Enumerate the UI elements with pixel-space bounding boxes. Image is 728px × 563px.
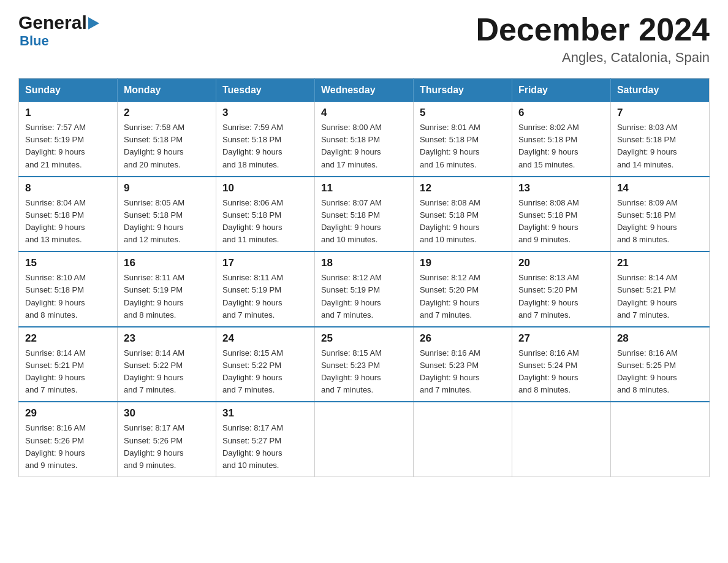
calendar-cell <box>413 402 512 477</box>
calendar-cell: 4Sunrise: 8:00 AMSunset: 5:18 PMDaylight… <box>314 102 413 177</box>
day-info: Sunrise: 8:16 AMSunset: 5:23 PMDaylight:… <box>420 347 506 397</box>
calendar-cell: 11Sunrise: 8:07 AMSunset: 5:18 PMDayligh… <box>314 177 413 252</box>
day-number: 5 <box>420 107 506 119</box>
day-number: 21 <box>617 257 703 269</box>
day-info: Sunrise: 8:15 AMSunset: 5:22 PMDaylight:… <box>222 347 308 397</box>
calendar-cell <box>314 402 413 477</box>
calendar-cell: 27Sunrise: 8:16 AMSunset: 5:24 PMDayligh… <box>512 327 610 402</box>
location-subtitle: Angles, Catalonia, Spain <box>476 50 710 66</box>
day-info: Sunrise: 8:14 AMSunset: 5:21 PMDaylight:… <box>25 347 111 397</box>
calendar-cell: 1Sunrise: 7:57 AMSunset: 5:19 PMDaylight… <box>19 102 118 177</box>
day-info: Sunrise: 8:08 AMSunset: 5:18 PMDaylight:… <box>518 197 604 247</box>
day-number: 25 <box>321 332 407 345</box>
calendar-cell: 24Sunrise: 8:15 AMSunset: 5:22 PMDayligh… <box>216 327 314 402</box>
day-info: Sunrise: 8:02 AMSunset: 5:18 PMDaylight:… <box>518 121 604 171</box>
calendar-table: SundayMondayTuesdayWednesdayThursdayFrid… <box>18 78 710 477</box>
calendar-cell: 6Sunrise: 8:02 AMSunset: 5:18 PMDaylight… <box>512 102 610 177</box>
logo-blue: Blue <box>20 33 49 49</box>
day-number: 20 <box>518 257 604 269</box>
calendar-cell: 23Sunrise: 8:14 AMSunset: 5:22 PMDayligh… <box>117 327 216 402</box>
calendar-cell: 14Sunrise: 8:09 AMSunset: 5:18 PMDayligh… <box>610 177 709 252</box>
day-number: 31 <box>222 407 308 419</box>
calendar-cell <box>512 402 610 477</box>
day-number: 8 <box>25 182 111 194</box>
weekday-header-monday: Monday <box>117 79 216 102</box>
day-info: Sunrise: 8:16 AMSunset: 5:24 PMDaylight:… <box>518 347 604 397</box>
day-number: 27 <box>518 332 604 345</box>
day-number: 28 <box>617 332 703 345</box>
calendar-cell: 8Sunrise: 8:04 AMSunset: 5:18 PMDaylight… <box>19 177 118 252</box>
day-number: 29 <box>25 407 111 419</box>
day-info: Sunrise: 8:12 AMSunset: 5:19 PMDaylight:… <box>321 272 407 321</box>
day-info: Sunrise: 8:17 AMSunset: 5:26 PMDaylight:… <box>124 422 210 472</box>
day-info: Sunrise: 8:09 AMSunset: 5:18 PMDaylight:… <box>617 197 703 247</box>
weekday-header-sunday: Sunday <box>19 79 118 102</box>
day-number: 30 <box>124 407 210 419</box>
day-info: Sunrise: 8:16 AMSunset: 5:25 PMDaylight:… <box>617 347 703 397</box>
day-info: Sunrise: 8:11 AMSunset: 5:19 PMDaylight:… <box>222 272 308 321</box>
day-info: Sunrise: 7:57 AMSunset: 5:19 PMDaylight:… <box>25 121 111 171</box>
day-info: Sunrise: 7:59 AMSunset: 5:18 PMDaylight:… <box>222 121 308 171</box>
weekday-header-tuesday: Tuesday <box>216 79 314 102</box>
day-number: 22 <box>25 332 111 345</box>
day-number: 24 <box>222 332 308 345</box>
calendar-cell: 12Sunrise: 8:08 AMSunset: 5:18 PMDayligh… <box>413 177 512 252</box>
day-info: Sunrise: 8:04 AMSunset: 5:18 PMDaylight:… <box>25 197 111 247</box>
day-info: Sunrise: 8:03 AMSunset: 5:18 PMDaylight:… <box>617 121 703 171</box>
day-info: Sunrise: 8:14 AMSunset: 5:22 PMDaylight:… <box>124 347 210 397</box>
day-info: Sunrise: 8:06 AMSunset: 5:18 PMDaylight:… <box>222 197 308 247</box>
calendar-cell: 31Sunrise: 8:17 AMSunset: 5:27 PMDayligh… <box>216 402 314 477</box>
day-number: 3 <box>222 107 308 119</box>
calendar-cell: 29Sunrise: 8:16 AMSunset: 5:26 PMDayligh… <box>19 402 118 477</box>
calendar-cell: 21Sunrise: 8:14 AMSunset: 5:21 PMDayligh… <box>610 251 709 327</box>
week-row-2: 8Sunrise: 8:04 AMSunset: 5:18 PMDaylight… <box>19 177 710 252</box>
calendar-cell: 18Sunrise: 8:12 AMSunset: 5:19 PMDayligh… <box>314 251 413 327</box>
day-info: Sunrise: 8:05 AMSunset: 5:18 PMDaylight:… <box>124 197 210 247</box>
svg-marker-0 <box>88 17 99 29</box>
day-number: 13 <box>518 182 604 194</box>
title-section: December 2024 Angles, Catalonia, Spain <box>476 12 710 66</box>
weekday-header-saturday: Saturday <box>610 79 709 102</box>
day-number: 11 <box>321 182 407 194</box>
calendar-cell: 16Sunrise: 8:11 AMSunset: 5:19 PMDayligh… <box>117 251 216 327</box>
calendar-cell: 19Sunrise: 8:12 AMSunset: 5:20 PMDayligh… <box>413 251 512 327</box>
day-info: Sunrise: 8:08 AMSunset: 5:18 PMDaylight:… <box>420 197 506 247</box>
day-number: 23 <box>124 332 210 345</box>
day-number: 9 <box>124 182 210 194</box>
weekday-header-wednesday: Wednesday <box>314 79 413 102</box>
day-number: 17 <box>222 257 308 269</box>
month-title: December 2024 <box>476 12 710 47</box>
day-info: Sunrise: 8:11 AMSunset: 5:19 PMDaylight:… <box>124 272 210 321</box>
calendar-cell: 30Sunrise: 8:17 AMSunset: 5:26 PMDayligh… <box>117 402 216 477</box>
day-number: 2 <box>124 107 210 119</box>
calendar-cell: 20Sunrise: 8:13 AMSunset: 5:20 PMDayligh… <box>512 251 610 327</box>
week-row-4: 22Sunrise: 8:14 AMSunset: 5:21 PMDayligh… <box>19 327 710 402</box>
week-row-1: 1Sunrise: 7:57 AMSunset: 5:19 PMDaylight… <box>19 102 710 177</box>
calendar-cell: 13Sunrise: 8:08 AMSunset: 5:18 PMDayligh… <box>512 177 610 252</box>
calendar-cell: 25Sunrise: 8:15 AMSunset: 5:23 PMDayligh… <box>314 327 413 402</box>
day-number: 16 <box>124 257 210 269</box>
day-info: Sunrise: 8:10 AMSunset: 5:18 PMDaylight:… <box>25 272 111 321</box>
calendar-cell <box>610 402 709 477</box>
day-info: Sunrise: 8:12 AMSunset: 5:20 PMDaylight:… <box>420 272 506 321</box>
day-info: Sunrise: 8:15 AMSunset: 5:23 PMDaylight:… <box>321 347 407 397</box>
day-number: 7 <box>617 107 703 119</box>
calendar-cell: 26Sunrise: 8:16 AMSunset: 5:23 PMDayligh… <box>413 327 512 402</box>
day-info: Sunrise: 8:01 AMSunset: 5:18 PMDaylight:… <box>420 121 506 171</box>
calendar-cell: 22Sunrise: 8:14 AMSunset: 5:21 PMDayligh… <box>19 327 118 402</box>
day-number: 26 <box>420 332 506 345</box>
calendar-cell: 2Sunrise: 7:58 AMSunset: 5:18 PMDaylight… <box>117 102 216 177</box>
week-row-5: 29Sunrise: 8:16 AMSunset: 5:26 PMDayligh… <box>19 402 710 477</box>
logo-triangle-icon <box>88 17 99 29</box>
calendar-cell: 9Sunrise: 8:05 AMSunset: 5:18 PMDaylight… <box>117 177 216 252</box>
logo-general: General <box>18 12 87 33</box>
calendar-cell: 10Sunrise: 8:06 AMSunset: 5:18 PMDayligh… <box>216 177 314 252</box>
week-row-3: 15Sunrise: 8:10 AMSunset: 5:18 PMDayligh… <box>19 251 710 327</box>
calendar-cell: 15Sunrise: 8:10 AMSunset: 5:18 PMDayligh… <box>19 251 118 327</box>
day-number: 10 <box>222 182 308 194</box>
weekday-header-thursday: Thursday <box>413 79 512 102</box>
day-number: 4 <box>321 107 407 119</box>
weekday-header-friday: Friday <box>512 79 610 102</box>
calendar-cell: 3Sunrise: 7:59 AMSunset: 5:18 PMDaylight… <box>216 102 314 177</box>
day-info: Sunrise: 8:16 AMSunset: 5:26 PMDaylight:… <box>25 422 111 472</box>
